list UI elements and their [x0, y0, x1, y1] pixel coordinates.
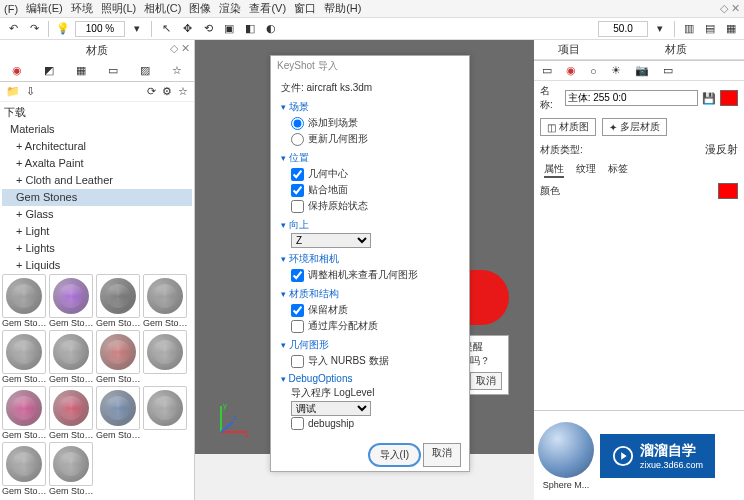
tool6-icon[interactable]: ◐ — [262, 20, 280, 38]
save-cancel-button[interactable]: 取消 — [470, 372, 502, 390]
dropdown2-icon[interactable]: ▾ — [651, 20, 669, 38]
folder-add-icon[interactable]: 📁 — [6, 85, 20, 98]
check-adjust-cam[interactable]: 调整相机来查看几何图形 — [281, 267, 459, 283]
section-geometry[interactable]: 几何图形 — [281, 334, 459, 353]
color-swatch[interactable] — [718, 183, 738, 199]
material-thumb[interactable]: Gem Stone R... — [49, 386, 96, 442]
material-thumb[interactable]: Gem Stone A... — [2, 274, 49, 330]
tree-item[interactable]: + Architectural — [2, 138, 192, 155]
material-thumb[interactable]: Gem Stone Di... — [49, 330, 96, 386]
menu-help[interactable]: 帮助(H) — [324, 1, 361, 16]
panel2-icon[interactable]: ▤ — [701, 20, 719, 38]
fps-input[interactable] — [598, 21, 648, 37]
panel3-icon[interactable]: ▦ — [722, 20, 740, 38]
check-lib-mat[interactable]: 通过库分配材质 — [281, 318, 459, 334]
tree-item[interactable]: + Liquids — [2, 257, 192, 272]
material-thumb[interactable]: Gem Stone C... — [96, 274, 143, 330]
tab-env-icon[interactable]: ▦ — [74, 63, 88, 79]
menu-file[interactable]: (F) — [4, 3, 18, 15]
import-icon[interactable]: ⇩ — [26, 85, 35, 98]
tab-fav-icon[interactable]: ☆ — [170, 63, 184, 79]
check-keep-mat[interactable]: 保留材质 — [281, 302, 459, 318]
redo-icon[interactable]: ↷ — [25, 20, 43, 38]
menu-edit[interactable]: 编辑(E) — [26, 1, 63, 16]
cursor-icon[interactable]: ↖ — [157, 20, 175, 38]
material-thumb[interactable]: Gem Stone Fir... — [96, 330, 143, 386]
radio-update-geom[interactable]: 更新几何图形 — [281, 131, 459, 147]
material-thumb[interactable]: Gem Stone A... — [49, 274, 96, 330]
tree-item[interactable]: + Light — [2, 223, 192, 240]
filter-icon[interactable]: ⚙ — [162, 85, 172, 98]
rotate-icon[interactable]: ⟲ — [199, 20, 217, 38]
menu-env[interactable]: 环境 — [71, 1, 93, 16]
tab-light2-icon[interactable]: ☀ — [611, 64, 621, 77]
material-thumb[interactable] — [143, 386, 190, 442]
menu-render[interactable]: 渲染 — [219, 1, 241, 16]
radio-add-to-scene[interactable]: 添加到场景 — [281, 115, 459, 131]
tab-materials-icon[interactable]: ◉ — [10, 63, 24, 79]
tree-root[interactable]: 下载 — [2, 104, 192, 121]
undock-icon[interactable]: ◇ ✕ — [170, 42, 190, 55]
material-thumb[interactable]: Gem Stone R... — [2, 386, 49, 442]
loglevel-select[interactable]: 调试 — [291, 401, 371, 416]
tab-image-icon[interactable]: ▭ — [663, 64, 673, 77]
import-button[interactable]: 导入(I) — [368, 443, 421, 467]
undo-icon[interactable]: ↶ — [4, 20, 22, 38]
tab-texture-icon[interactable]: ▨ — [138, 63, 152, 79]
tab-scene-icon[interactable]: ▭ — [542, 64, 552, 77]
section-debug[interactable]: DebugOptions — [281, 369, 459, 385]
tab-labels[interactable]: 标签 — [608, 162, 628, 178]
section-position[interactable]: 位置 — [281, 147, 459, 166]
tool5-icon[interactable]: ◧ — [241, 20, 259, 38]
check-nurbs[interactable]: 导入 NURBS 数据 — [281, 353, 459, 369]
name-input[interactable] — [565, 90, 698, 106]
menu-window[interactable]: 窗口 — [294, 1, 316, 16]
tab-textures[interactable]: 纹理 — [576, 162, 596, 178]
panel1-icon[interactable]: ▥ — [680, 20, 698, 38]
tab-material-icon[interactable]: ◉ — [566, 64, 576, 77]
material-thumb[interactable]: Gem Stone S... — [2, 442, 49, 498]
type-value[interactable]: 漫反射 — [705, 142, 738, 157]
tab-colors-icon[interactable]: ◩ — [42, 63, 56, 79]
check-ground[interactable]: 贴合地面 — [281, 182, 459, 198]
section-scene[interactable]: 场景 — [281, 96, 459, 115]
star-icon[interactable]: ☆ — [178, 85, 188, 98]
tab-backplate-icon[interactable]: ▭ — [106, 63, 120, 79]
tree-item[interactable]: + Lights — [2, 240, 192, 257]
camera-icon[interactable]: ▣ — [220, 20, 238, 38]
cancel-button[interactable]: 取消 — [423, 443, 461, 467]
material-thumb[interactable] — [143, 330, 190, 386]
material-thumb[interactable]: Gem Stone Cr... — [143, 274, 190, 330]
menu-light[interactable]: 照明(L) — [101, 1, 136, 16]
tree-item[interactable]: Gem Stones — [2, 189, 192, 206]
material-thumb[interactable]: Gem Stone Di... — [2, 330, 49, 386]
tree-item[interactable]: + Axalta Paint — [2, 155, 192, 172]
menu-camera[interactable]: 相机(C) — [144, 1, 181, 16]
tree-item[interactable]: + Cloth and Leather — [2, 172, 192, 189]
material-thumb[interactable]: Gem Stone T... — [49, 442, 96, 498]
tab-env2-icon[interactable]: ○ — [590, 65, 597, 77]
section-env-cam[interactable]: 环境和相机 — [281, 248, 459, 267]
material-thumb[interactable]: Gem Stone Sa... — [96, 386, 143, 442]
refresh-icon[interactable]: ⟳ — [147, 85, 156, 98]
tab-properties[interactable]: 属性 — [544, 162, 564, 178]
color-swatch-main[interactable] — [720, 90, 738, 106]
check-center[interactable]: 几何中心 — [281, 166, 459, 182]
close-icon[interactable]: ◇ ✕ — [720, 2, 740, 15]
tree-materials[interactable]: Materials — [2, 121, 192, 138]
menu-view[interactable]: 查看(V) — [249, 1, 286, 16]
check-debugship[interactable]: debugship — [281, 416, 459, 431]
sphere-preview[interactable] — [538, 422, 594, 478]
material-graph-button[interactable]: ◫材质图 — [540, 118, 596, 136]
save-mat-icon[interactable]: 💾 — [702, 92, 716, 105]
menu-image[interactable]: 图像 — [189, 1, 211, 16]
check-keep-orig[interactable]: 保持原始状态 — [281, 198, 459, 214]
tree-item[interactable]: + Glass — [2, 206, 192, 223]
light-icon[interactable]: 💡 — [54, 20, 72, 38]
section-material[interactable]: 材质和结构 — [281, 283, 459, 302]
move-icon[interactable]: ✥ — [178, 20, 196, 38]
tab-cam-icon[interactable]: 📷 — [635, 64, 649, 77]
section-up[interactable]: 向上 — [281, 214, 459, 233]
dropdown-icon[interactable]: ▾ — [128, 20, 146, 38]
up-axis-select[interactable]: Z — [291, 233, 371, 248]
